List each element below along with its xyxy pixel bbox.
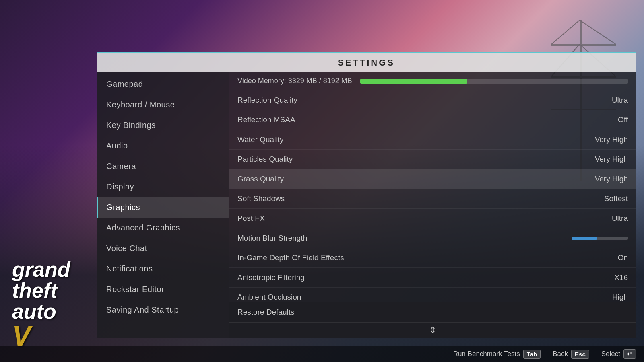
bottom-action-back[interactable]: BackEsc [553,350,589,359]
setting-row-8[interactable]: In-Game Depth Of Field EffectsOn [229,248,636,268]
memory-bar-bg [360,79,628,84]
setting-name-7: Motion Blur Strength [237,234,555,243]
bottom-action-key: Tab [523,350,541,359]
setting-value-4: Very High [580,175,628,183]
setting-name-3: Particles Quality [237,155,580,164]
setting-name-10: Ambient Occlusion [237,293,580,302]
setting-row-7[interactable]: Motion Blur Strength [229,228,636,248]
gta-logo-auto: auto [12,301,70,322]
setting-value-2: Very High [580,135,628,144]
bottom-action-select[interactable]: Select↵ [601,349,636,359]
setting-row-4[interactable]: Grass QualityVery High [229,169,636,189]
setting-value-0: Ultra [580,96,628,105]
setting-name-8: In-Game Depth Of Field Effects [237,253,580,262]
setting-name-2: Water Quality [237,135,580,144]
gta-logo-theft: theft [12,280,70,301]
setting-row-6[interactable]: Post FXUltra [229,209,636,228]
sidebar: GamepadKeyboard / MouseKey BindingsAudio… [97,72,229,338]
svg-rect-1 [551,44,616,46]
setting-value-3: Very High [580,155,628,164]
bottom-action-label: Run Benchmark Tests [453,350,520,358]
sidebar-item-keyboard-mouse[interactable]: Keyboard / Mouse [97,95,229,115]
sidebar-item-voice-chat[interactable]: Voice Chat [97,238,229,259]
setting-name-4: Grass Quality [237,175,580,183]
slider-track-7 [572,237,628,240]
setting-value-5: Softest [580,194,628,203]
settings-title: SETTINGS [97,52,636,72]
memory-bar-fill [360,79,467,84]
setting-value-9: X16 [580,273,628,282]
bottom-action-label: Select [601,350,620,358]
slider-fill-7 [572,237,597,240]
gta-logo-grand: grand [12,259,70,280]
setting-row-9[interactable]: Anisotropic FilteringX16 [229,268,636,288]
sidebar-item-rockstar-editor[interactable]: Rockstar Editor [97,279,229,300]
sidebar-item-key-bindings[interactable]: Key Bindings [97,115,229,136]
sidebar-item-camera[interactable]: Camera [97,156,229,177]
setting-value-6: Ultra [580,214,628,223]
content-panel: Video Memory: 3329 MB / 8192 MB Reflecti… [229,72,636,338]
bottom-action-key: ↵ [623,349,636,359]
svg-line-4 [551,20,580,44]
setting-slider-7[interactable] [555,237,628,240]
sidebar-item-display[interactable]: Display [97,177,229,197]
sidebar-item-audio[interactable]: Audio [97,136,229,156]
setting-name-6: Post FX [237,214,580,223]
setting-row-10[interactable]: Ambient OcclusionHigh [229,288,636,302]
sidebar-item-advanced-graphics[interactable]: Advanced Graphics [97,218,229,238]
bottom-action-run-benchmark-tests[interactable]: Run Benchmark TestsTab [453,350,541,359]
setting-row-0[interactable]: Reflection QualityUltra [229,90,636,110]
setting-name-1: Reflection MSAA [237,115,580,124]
restore-defaults-button[interactable]: Restore Defaults [237,308,295,317]
setting-name-5: Soft Shadows [237,194,580,203]
sidebar-item-saving-startup[interactable]: Saving And Startup [97,300,229,320]
svg-line-5 [580,20,616,44]
bottom-bar: Run Benchmark TestsTabBackEscSelect↵ [0,346,644,362]
setting-value-10: High [580,293,628,302]
setting-value-8: On [580,253,628,262]
setting-row-1[interactable]: Reflection MSAAOff [229,110,636,130]
gta-logo: grand theft auto V [12,259,70,350]
scroll-arrows: ⇕ [229,322,636,338]
setting-name-0: Reflection Quality [237,96,580,105]
setting-name-9: Anisotropic Filtering [237,273,580,282]
settings-body: GamepadKeyboard / MouseKey BindingsAudio… [97,72,636,338]
video-memory-label: Video Memory: 3329 MB / 8192 MB [237,77,352,85]
sidebar-item-graphics[interactable]: Graphics [97,197,229,218]
restore-defaults-row: Restore Defaults [229,302,636,322]
setting-value-1: Off [580,115,628,124]
sidebar-item-notifications[interactable]: Notifications [97,259,229,279]
settings-list: Reflection QualityUltraReflection MSAAOf… [229,90,636,302]
sidebar-item-gamepad[interactable]: Gamepad [97,74,229,95]
setting-row-3[interactable]: Particles QualityVery High [229,150,636,169]
bottom-action-label: Back [553,350,568,358]
video-memory-row: Video Memory: 3329 MB / 8192 MB [229,72,636,90]
scroll-arrow-icon: ⇕ [429,326,436,335]
settings-panel: SETTINGS GamepadKeyboard / MouseKey Bind… [97,52,636,338]
bottom-action-key: Esc [571,350,589,359]
setting-row-2[interactable]: Water QualityVery High [229,130,636,150]
setting-row-5[interactable]: Soft ShadowsSoftest [229,189,636,209]
